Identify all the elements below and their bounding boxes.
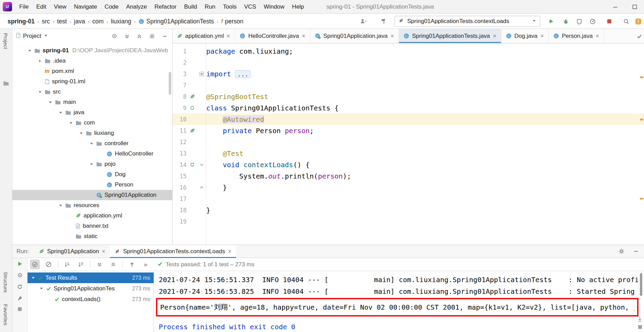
test-settings-button[interactable]	[17, 296, 23, 301]
menu-view[interactable]: View	[50, 0, 70, 14]
close-icon[interactable]	[228, 249, 232, 253]
editor-tab-Spring01ApplicationTests.java[interactable]: CSpring01ApplicationTests.java	[399, 29, 501, 43]
project-tree-item-static[interactable]: static	[12, 231, 172, 242]
project-tree-item-pojo[interactable]: pojo	[12, 159, 172, 169]
tree-chevron-icon[interactable]	[69, 121, 76, 125]
project-tree-item-HelloController[interactable]: CHelloController	[12, 149, 172, 159]
toggle-auto-test-button[interactable]	[17, 272, 23, 278]
editor-tab-Dog.java[interactable]: CDog.java	[501, 29, 549, 43]
chevron-down-icon[interactable]	[44, 33, 48, 40]
menu-help[interactable]: Help	[288, 0, 308, 14]
editor-tab-application.yml[interactable]: application.yml	[173, 29, 235, 43]
minimize-button[interactable]	[613, 4, 618, 10]
spring-leaf-icon[interactable]	[190, 94, 195, 99]
debug-button[interactable]	[563, 14, 569, 29]
tree-chevron-icon[interactable]	[31, 276, 38, 280]
close-icon[interactable]	[540, 34, 544, 38]
tool-window-button-project[interactable]: Project	[3, 33, 9, 49]
tree-chevron-icon[interactable]	[89, 141, 96, 146]
close-icon[interactable]	[302, 34, 306, 38]
tree-chevron-icon[interactable]	[48, 100, 55, 105]
run-button[interactable]	[548, 14, 554, 29]
tree-chevron-icon[interactable]	[27, 49, 34, 53]
warning-stripe-mark[interactable]	[640, 119, 643, 120]
menu-window[interactable]: Window	[260, 0, 288, 14]
breadcrumb-person[interactable]: fperson	[221, 18, 243, 25]
more-options-button[interactable]: »	[141, 260, 150, 269]
expand-all-icon[interactable]	[124, 34, 130, 39]
stop-button[interactable]	[607, 14, 612, 29]
hide-icon[interactable]	[633, 249, 639, 254]
breadcrumb-spring-01[interactable]: spring-01	[8, 18, 35, 25]
breadcrumb-java[interactable]: java	[74, 18, 85, 25]
project-tree-item-application.yml[interactable]: application.yml	[12, 211, 172, 221]
run-console[interactable]: 2021-07-24 15:56:51.337 INFO 10404 --- […	[154, 271, 644, 332]
notifications-icon[interactable]	[635, 14, 642, 29]
menu-navigate[interactable]: Navigate	[70, 0, 101, 14]
breadcrumb-test[interactable]: test	[57, 18, 67, 25]
run-tab-Spring01Application[interactable]: Spring01Application	[34, 245, 110, 258]
settings-icon[interactable]	[149, 33, 155, 39]
project-tree-item-Dog[interactable]: CDog	[12, 169, 172, 180]
project-tree-item-spring-01.iml[interactable]: spring-01.iml	[12, 76, 172, 87]
run-test-icon[interactable]	[190, 105, 195, 110]
run-configuration-select[interactable]: Spring01ApplicationTests.contextLoads	[395, 16, 540, 27]
tree-chevron-icon[interactable]	[38, 59, 45, 63]
show-ignored-button[interactable]	[44, 260, 53, 269]
test-result-Test Results[interactable]: Test Results273 ms	[27, 272, 154, 283]
sort-alphabetically-button[interactable]	[63, 260, 72, 269]
inspections-ok-icon[interactable]	[637, 34, 642, 40]
previous-occurrence-button[interactable]	[127, 260, 136, 269]
close-icon[interactable]	[102, 249, 106, 253]
run-tab-Spring01ApplicationTests.contextLoads[interactable]: Spring01ApplicationTests.contextLoads	[110, 245, 236, 258]
test-result-contextLoads()[interactable]: contextLoads()273 ms	[27, 294, 154, 304]
code-editor[interactable]: 1package com.liuxiang;23import ...78@Spr…	[173, 43, 644, 245]
project-tree-item-liuxiang[interactable]: liuxiang	[12, 128, 172, 138]
editor-tab-HelloController.java[interactable]: CHelloController.java	[235, 29, 310, 43]
project-panel-title[interactable]: Project	[23, 33, 41, 40]
search-icon[interactable]	[623, 14, 629, 29]
project-tree-item-controller[interactable]: controller	[12, 138, 172, 149]
tree-chevron-icon[interactable]	[39, 286, 46, 291]
fold-plus-icon[interactable]	[199, 72, 204, 76]
menu-refactor[interactable]: Refactor	[151, 0, 180, 14]
collapse-all-button[interactable]	[109, 260, 118, 269]
project-tree-item-src[interactable]: src	[12, 87, 172, 97]
spring-bean-icon[interactable]	[190, 128, 195, 133]
build-hammer-icon[interactable]	[381, 14, 387, 29]
settings-icon[interactable]	[619, 248, 624, 254]
scroll-to-end-icon[interactable]	[637, 317, 642, 322]
menu-analyze[interactable]: Analyze	[122, 0, 151, 14]
profiler-button[interactable]	[590, 14, 596, 29]
fold-down-icon[interactable]	[199, 162, 204, 167]
locate-icon[interactable]	[112, 33, 117, 39]
tree-chevron-icon[interactable]	[89, 162, 96, 167]
project-tree-item-spring-01[interactable]: spring-01D:\OOP Java\Project\IDEA-JavaWe…	[12, 45, 172, 56]
tree-chevron-icon[interactable]	[79, 131, 86, 136]
warning-stripe-mark[interactable]	[640, 76, 643, 78]
tree-chevron-icon[interactable]	[58, 203, 65, 208]
menu-build[interactable]: Build	[180, 0, 201, 14]
project-tree-item-Spring01Application[interactable]: CSpring01Application	[12, 190, 172, 200]
close-icon[interactable]	[226, 34, 230, 38]
pin-tab-button[interactable]	[18, 307, 22, 311]
project-tree-item-resources[interactable]: resources	[12, 200, 172, 211]
project-tree-item-pom.xml[interactable]: mpom.xml	[12, 66, 172, 76]
tree-chevron-icon[interactable]	[38, 90, 45, 94]
tool-window-button-favorites[interactable]: Favorites	[3, 304, 9, 325]
collapse-all-icon[interactable]	[137, 34, 142, 39]
soft-wrap-icon[interactable]	[638, 325, 642, 329]
run-test-icon[interactable]	[190, 162, 195, 167]
close-icon[interactable]	[493, 34, 497, 38]
menu-run[interactable]: Run	[201, 0, 219, 14]
folder-icon[interactable]	[3, 81, 9, 87]
project-scrollbar[interactable]	[169, 72, 171, 95]
rerun-auto-button[interactable]	[17, 284, 23, 290]
hide-icon[interactable]	[162, 34, 167, 39]
breadcrumb-Spring01ApplicationTests[interactable]: CSpring01ApplicationTests	[138, 18, 214, 25]
coverage-button[interactable]	[577, 14, 582, 29]
test-results-tree[interactable]: Test Results273 msSpring01ApplicationTes…	[27, 271, 154, 332]
project-tree[interactable]: spring-01D:\OOP Java\Project\IDEA-JavaWe…	[12, 43, 172, 245]
show-passed-button[interactable]	[30, 260, 40, 269]
menu-edit[interactable]: Edit	[32, 0, 50, 14]
